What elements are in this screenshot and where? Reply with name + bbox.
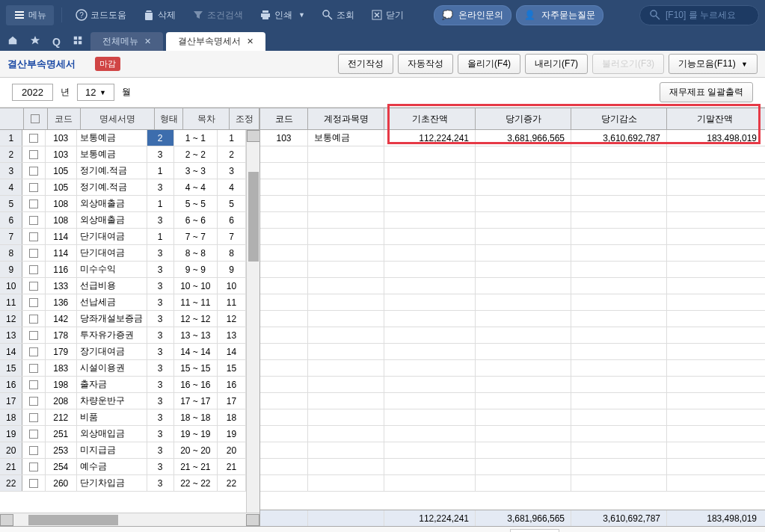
row-checkbox[interactable]	[22, 179, 45, 195]
home-button[interactable]	[3, 32, 22, 51]
table-row[interactable]: 103 보통예금 112,224,241 3,681,966,565 3,610…	[260, 130, 765, 146]
favorite-button[interactable]	[25, 32, 45, 51]
row-checkbox[interactable]	[22, 229, 45, 244]
header-checkbox[interactable]	[24, 108, 48, 129]
table-row[interactable]: 13 178 투자유가증권 3 13 ~ 13 13	[0, 327, 246, 344]
row-checkbox[interactable]	[22, 327, 45, 343]
row-checkbox[interactable]	[22, 426, 45, 442]
row-checkbox[interactable]	[22, 146, 45, 162]
table-row[interactable]: 17 208 차량운반구 3 17 ~ 17 17	[0, 393, 246, 409]
table-row[interactable]	[260, 311, 765, 327]
row-checkbox[interactable]	[22, 212, 45, 228]
table-row[interactable]	[260, 459, 765, 475]
row-checkbox[interactable]	[22, 311, 45, 327]
table-row[interactable]	[260, 360, 765, 377]
row-checkbox[interactable]	[22, 409, 45, 425]
table-row[interactable]	[260, 475, 765, 492]
table-row[interactable]	[260, 377, 765, 393]
table-row[interactable]: 14 179 장기대여금 3 14 ~ 14 14	[0, 344, 246, 360]
row-checkbox[interactable]	[22, 459, 45, 474]
batch-print-button[interactable]: 재무제표 일괄출력	[660, 82, 753, 102]
table-row[interactable]	[260, 278, 765, 294]
prev-period-button[interactable]: 전기작성	[338, 54, 393, 74]
scroll-thumb[interactable]	[28, 515, 118, 525]
upload-button[interactable]: 올리기(F4)	[458, 54, 520, 74]
table-row[interactable]	[260, 146, 765, 163]
code-help-button[interactable]: ? 코드도움	[70, 6, 132, 25]
table-row[interactable]	[260, 245, 765, 262]
scroll-left-arrow[interactable]	[0, 514, 13, 526]
table-row[interactable]: 2 103 보통예금 3 2 ~ 2 2	[0, 146, 246, 163]
table-row[interactable]: 9 116 미수수익 3 9 ~ 9 9	[0, 262, 246, 278]
row-checkbox[interactable]	[22, 262, 45, 277]
delete-button[interactable]: 삭제	[137, 6, 182, 25]
tab-current[interactable]: 결산부속명세서 ✕	[166, 32, 265, 51]
table-row[interactable]	[260, 163, 765, 179]
table-row[interactable]: 21 254 예수금 3 21 ~ 21 21	[0, 459, 246, 475]
table-row[interactable]: 12 142 당좌개설보증금 3 12 ~ 12 12	[0, 311, 246, 327]
download-button[interactable]: 내리기(F7)	[525, 54, 588, 74]
table-row[interactable]: 3 105 정기예.적금 1 3 ~ 3 3	[0, 163, 246, 179]
scroll-right-arrow[interactable]	[246, 514, 259, 526]
table-row[interactable]: 8 114 단기대여금 3 8 ~ 8 8	[0, 245, 246, 262]
row-checkbox[interactable]	[22, 360, 45, 376]
table-row[interactable]	[260, 409, 765, 426]
faq-button[interactable]: 👤 자주묻는질문	[516, 5, 603, 25]
table-row[interactable]: 15 183 시설이용권 3 15 ~ 15 15	[0, 360, 246, 377]
row-checkbox[interactable]	[22, 245, 45, 261]
table-row[interactable]: 20 253 미지급금 3 20 ~ 20 20	[0, 442, 246, 459]
table-row[interactable]	[260, 294, 765, 311]
month-select[interactable]: 12▼	[77, 84, 114, 101]
table-row[interactable]: 19 251 외상매입금 3 19 ~ 19 19	[0, 426, 246, 442]
table-row[interactable]	[260, 344, 765, 360]
table-row[interactable]: 10 133 선급비용 3 10 ~ 10 10	[0, 278, 246, 294]
table-row[interactable]: 6 108 외상매출금 3 6 ~ 6 6	[0, 212, 246, 229]
search-button[interactable]: 조회	[316, 6, 360, 25]
row-checkbox[interactable]	[22, 130, 45, 146]
scrollbar-horizontal[interactable]	[0, 513, 259, 526]
table-row[interactable]: 16 198 출자금 3 16 ~ 16 16	[0, 377, 246, 393]
tab-close-icon[interactable]: ✕	[144, 37, 151, 46]
row-checkbox[interactable]	[22, 475, 45, 491]
row-checkbox[interactable]	[22, 377, 45, 392]
table-row[interactable]: 1 103 보통예금 2 1 ~ 1 1	[0, 130, 246, 146]
table-row[interactable]	[260, 442, 765, 459]
print-button[interactable]: 인쇄 ▼	[254, 6, 311, 25]
close-button[interactable]: 닫기	[365, 6, 410, 25]
q-button[interactable]: Q	[48, 33, 65, 51]
scroll-up-arrow[interactable]	[247, 130, 259, 142]
table-row[interactable]	[260, 212, 765, 229]
table-row[interactable]: 4 105 정기예.적금 3 4 ~ 4 4	[0, 179, 246, 196]
row-checkbox[interactable]	[22, 344, 45, 359]
online-inquiry-button[interactable]: 💭 온라인문의	[434, 5, 511, 25]
table-row[interactable]: 7 114 단기대여금 1 7 ~ 7 7	[0, 229, 246, 245]
table-row[interactable]	[260, 179, 765, 196]
left-grid-body[interactable]: 1 103 보통예금 2 1 ~ 1 1 2 103 보통예금 3 2 ~ 2 …	[0, 130, 246, 513]
table-row[interactable]	[260, 393, 765, 409]
table-row[interactable]: 5 108 외상매출금 1 5 ~ 5 5	[0, 196, 246, 212]
right-grid-body[interactable]: 103 보통예금 112,224,241 3,681,966,565 3,610…	[260, 130, 765, 510]
tab-close-icon[interactable]: ✕	[247, 37, 254, 46]
scrollbar-vertical[interactable]	[246, 130, 259, 513]
auto-create-button[interactable]: 자동작성	[398, 54, 453, 74]
table-row[interactable]	[260, 229, 765, 245]
table-row[interactable]	[260, 262, 765, 278]
global-search-input[interactable]: [F10] 를 누르세요	[639, 5, 759, 25]
table-row[interactable]: 18 212 비품 3 18 ~ 18 18	[0, 409, 246, 426]
table-row[interactable]	[260, 327, 765, 344]
table-row[interactable]	[260, 426, 765, 442]
functions-button[interactable]: 기능모음(F11) ▼	[669, 54, 758, 74]
tab-all-menu[interactable]: 전체메뉴 ✕	[90, 32, 163, 51]
table-row[interactable]: 11 136 선납세금 3 11 ~ 11 11	[0, 294, 246, 311]
row-checkbox[interactable]	[22, 294, 45, 310]
row-checkbox[interactable]	[22, 278, 45, 294]
row-checkbox[interactable]	[22, 196, 45, 211]
scroll-thumb[interactable]	[248, 172, 259, 262]
row-checkbox[interactable]	[22, 163, 45, 179]
table-row[interactable]	[260, 196, 765, 212]
menu-button[interactable]: 메뉴	[6, 5, 54, 25]
table-row[interactable]: 22 260 단기차입금 3 22 ~ 22 22	[0, 475, 246, 492]
grid-button[interactable]	[68, 32, 87, 51]
row-checkbox[interactable]	[22, 442, 45, 458]
year-input[interactable]: 2022	[12, 84, 53, 101]
